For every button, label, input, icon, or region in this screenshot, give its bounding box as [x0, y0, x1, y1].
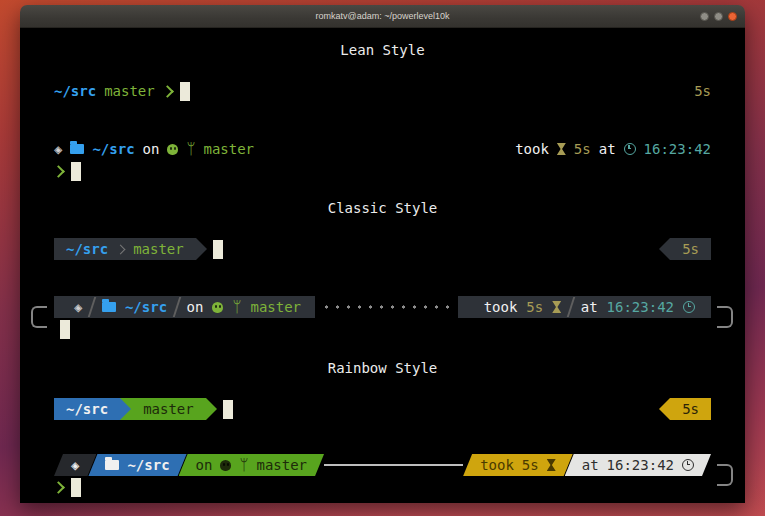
powerline-bar: ~/src master	[54, 238, 196, 260]
maximize-button[interactable]	[714, 12, 723, 21]
terminal-window: romkatv@adam: ~/powerlevel10k Lean Style…	[20, 5, 745, 503]
classic-style-heading: Classic Style	[54, 198, 711, 218]
classic-twoline-top: ◈ ~/src on ᛘ master took 5s at	[54, 296, 711, 318]
git-branch-text: master	[143, 398, 194, 420]
terminal-screen[interactable]: Lean Style ~/src master 5s ◈ ~/src on ᛘ …	[20, 28, 745, 503]
time-text: 16:23:42	[644, 138, 711, 160]
classic-oneline-left: ~/src master	[54, 238, 223, 260]
git-branch-icon: ᛘ	[239, 458, 248, 473]
git-branch-icon: ᛘ	[232, 300, 241, 315]
os-icon: ◈	[74, 296, 82, 318]
os-icon: ◈	[71, 454, 79, 476]
hourglass-icon	[547, 459, 556, 471]
took-label: took	[484, 296, 518, 318]
cwd-text: ~/src	[66, 398, 108, 420]
clock-icon	[624, 143, 636, 155]
rainbow-twoline-input-line	[54, 476, 711, 498]
cwd-text: ~/src	[54, 80, 96, 102]
clock-icon	[683, 301, 695, 313]
at-label: at	[581, 296, 598, 318]
git-branch-text: master	[104, 80, 155, 102]
clock-icon	[682, 459, 694, 471]
powerline-bar: 5s	[670, 238, 711, 260]
dotted-connector	[321, 305, 452, 309]
prompt-chevron-icon	[161, 85, 174, 98]
rainbow-twoline-top: ◈ ~/src on ᛘ master took 5s	[54, 454, 711, 476]
classic-oneline-prompt: ~/src master 5s	[54, 238, 711, 260]
lean-twoline-input-line	[54, 160, 711, 182]
path-segment: ~/src	[88, 454, 186, 476]
line-connector	[324, 464, 463, 466]
rainbow-oneline-prompt: ~/src master 5s	[54, 398, 711, 420]
lean-twoline-right: took 5s at 16:23:42	[515, 138, 711, 160]
powerline-bar: ◈ ~/src on ᛘ master	[54, 296, 315, 318]
rainbow-oneline-left: ~/src master	[54, 398, 233, 420]
time-text: 16:23:42	[607, 454, 674, 476]
slash-separator	[567, 297, 575, 317]
duration-segment: took 5s	[463, 454, 573, 476]
cwd-text: ~/src	[125, 296, 167, 318]
powerline-arrow-icon	[659, 398, 670, 420]
cwd-text: ~/src	[127, 454, 169, 476]
folder-icon	[102, 302, 116, 312]
block-cursor	[223, 400, 233, 419]
github-octopus-icon	[167, 144, 178, 155]
powerline-arrow-icon	[196, 238, 207, 260]
at-label: at	[582, 454, 599, 476]
lean-oneline-left: ~/src master	[54, 80, 190, 102]
git-segment: master	[131, 398, 206, 420]
on-label: on	[196, 454, 213, 476]
close-button[interactable]	[728, 12, 737, 21]
powerline-arrow-icon	[659, 238, 670, 260]
os-icon: ◈	[54, 138, 62, 160]
classic-twoline-input-line	[54, 318, 711, 340]
git-branch-text: master	[133, 238, 184, 260]
time-segment: at 16:23:42	[565, 454, 711, 476]
on-label: on	[187, 296, 204, 318]
window-controls	[700, 5, 737, 27]
duration-text: 5s	[574, 138, 591, 160]
git-segment: on ᛘ master	[179, 454, 324, 476]
at-label: at	[599, 138, 616, 160]
block-cursor	[71, 162, 81, 181]
block-cursor	[60, 320, 70, 339]
powerline-bar: took 5s at 16:23:42	[458, 296, 711, 318]
window-titlebar[interactable]: romkatv@adam: ~/powerlevel10k	[20, 5, 745, 28]
lean-twoline-left: ◈ ~/src on ᛘ master	[54, 138, 254, 160]
segment-separator-icon	[116, 244, 126, 254]
duration-text: 5s	[682, 398, 699, 420]
path-segment: ~/src	[54, 398, 120, 420]
slash-separator	[88, 297, 96, 317]
hourglass-icon	[552, 301, 561, 313]
git-branch-text: master	[250, 296, 301, 318]
frame-right-bracket	[717, 306, 733, 328]
hourglass-icon	[557, 143, 566, 155]
duration-text: 5s	[522, 454, 539, 476]
block-cursor	[71, 478, 81, 497]
powerline-arrow-icon	[206, 398, 217, 420]
duration-text: 5s	[682, 238, 699, 260]
cwd-text: ~/src	[92, 138, 134, 160]
lean-oneline-prompt: ~/src master 5s	[54, 80, 711, 102]
duration-segment: 5s	[670, 398, 711, 420]
block-cursor	[180, 82, 190, 101]
minimize-button[interactable]	[700, 12, 709, 21]
github-octopus-icon	[220, 460, 231, 471]
lean-style-heading: Lean Style	[54, 40, 711, 60]
duration-text: 5s	[694, 80, 711, 102]
git-branch-text: master	[203, 138, 254, 160]
cwd-text: ~/src	[66, 238, 108, 260]
github-octopus-icon	[212, 302, 223, 313]
slash-separator	[173, 297, 181, 317]
classic-oneline-right: 5s	[659, 238, 711, 260]
lean-twoline-prompt: ◈ ~/src on ᛘ master took 5s at 16:23:42	[54, 138, 711, 182]
frame-right-bracket	[717, 464, 733, 486]
duration-text: 5s	[526, 296, 543, 318]
prompt-chevron-icon	[52, 165, 65, 178]
took-label: took	[480, 454, 514, 476]
window-title: romkatv@adam: ~/powerlevel10k	[316, 11, 450, 21]
rainbow-oneline-right: 5s	[659, 398, 711, 420]
folder-icon	[105, 460, 119, 470]
powerline-arrow-icon	[120, 398, 131, 420]
folder-icon	[70, 144, 84, 154]
